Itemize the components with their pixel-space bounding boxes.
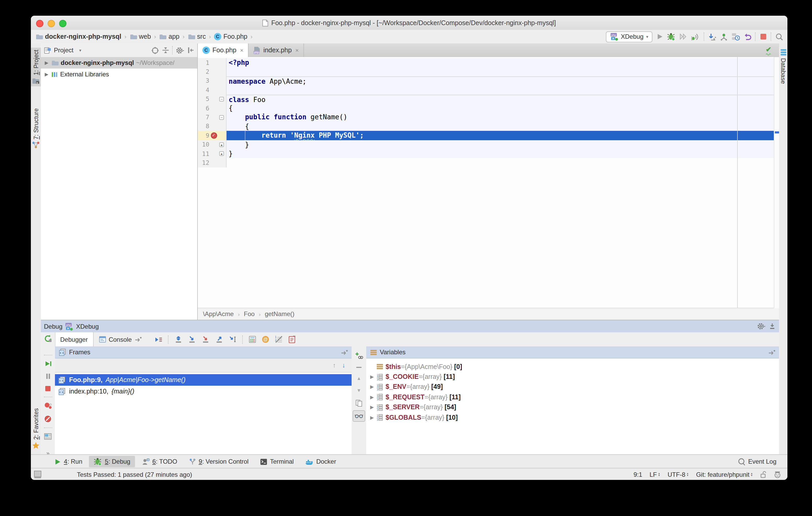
- gutter-line-11[interactable]: 11▴: [198, 149, 227, 158]
- gutter-line-6[interactable]: 6: [198, 104, 227, 113]
- variable-row[interactable]: ▶123$_REQUEST = {array} [11]: [366, 392, 779, 402]
- gutter-line-1[interactable]: 1: [198, 58, 227, 67]
- line-number[interactable]: 3: [198, 77, 209, 85]
- line-ending-widget[interactable]: LF▲▼: [649, 471, 660, 478]
- editor-breadcrumb-item[interactable]: \App\Acme: [203, 310, 234, 318]
- toolwindow-button-run[interactable]: 4: Run: [50, 456, 87, 467]
- next-frame-button[interactable]: ↓: [342, 362, 345, 369]
- expand-arrow-icon[interactable]: ▶: [368, 395, 376, 400]
- gutter-line-3[interactable]: 3: [198, 77, 227, 86]
- hide-panel-button[interactable]: [187, 47, 194, 54]
- breadcrumb-item[interactable]: web: [129, 33, 151, 40]
- editor-tab-index-php[interactable]: phpindex.php×: [249, 44, 304, 57]
- toolwindow-button-terminal[interactable]: Terminal: [255, 456, 298, 467]
- recent-changes-button[interactable]: [731, 32, 740, 41]
- debug-header[interactable]: Debug php XDebug: [41, 320, 779, 332]
- step-out-button[interactable]: [215, 336, 224, 343]
- toolwindow-button-docker[interactable]: Docker: [300, 456, 341, 467]
- code-line-5[interactable]: 5−class Foo: [198, 94, 779, 104]
- code-line-11[interactable]: 11▴}: [198, 149, 779, 158]
- expand-arrow-icon[interactable]: ▶: [368, 405, 376, 410]
- status-message[interactable]: Tests Passed: 1 passed (27 minutes ago): [77, 468, 192, 480]
- line-number[interactable]: 12: [198, 159, 209, 166]
- variable-row[interactable]: $this = {App\Acme\Foo} [0]: [366, 362, 779, 372]
- rollback-button[interactable]: [744, 33, 751, 40]
- variable-row[interactable]: ▶123$_COOKIE = {array} [11]: [366, 372, 779, 382]
- expand-arrow-icon[interactable]: ▶: [44, 60, 49, 65]
- close-tab-icon[interactable]: ×: [295, 47, 299, 53]
- gutter-line-8[interactable]: 8: [198, 122, 227, 131]
- step-into-button[interactable]: [188, 336, 196, 343]
- pin-icon[interactable]: [768, 349, 775, 355]
- expand-arrow-icon[interactable]: ▶: [368, 374, 376, 379]
- code-line-text[interactable]: }: [227, 149, 779, 158]
- git-branch-widget[interactable]: Git: feature/phpunit▲▼: [696, 471, 753, 478]
- debug-tab-debugger[interactable]: Debugger: [55, 332, 93, 346]
- toolwindow-button-todo[interactable]: 6: TODO: [137, 456, 182, 467]
- line-number[interactable]: 9: [198, 132, 209, 139]
- step-over-button[interactable]: [174, 336, 182, 343]
- code-line-1[interactable]: 1<?php: [198, 58, 779, 67]
- update-project-button[interactable]: [708, 33, 716, 40]
- commit-changes-button[interactable]: [720, 33, 728, 40]
- restore-layout-button[interactable]: [44, 433, 52, 440]
- tree-item-externallibraries[interactable]: ▶External Libraries: [41, 68, 197, 80]
- line-number[interactable]: 11: [198, 150, 209, 157]
- line-number[interactable]: 6: [198, 105, 209, 112]
- locate-file-button[interactable]: [151, 46, 159, 54]
- code-line-text[interactable]: {: [227, 104, 779, 113]
- line-number[interactable]: 8: [198, 123, 209, 130]
- code-line-text[interactable]: [227, 158, 779, 168]
- tree-item-docker-nginx-php-mysql[interactable]: ▶docker-nginx-php-mysql ~/Workspace/: [41, 57, 197, 68]
- run-configuration-select[interactable]: php XDebug ▾: [606, 31, 652, 42]
- mute-breakpoints-button[interactable]: [44, 415, 52, 423]
- code-line-7[interactable]: 7− public function getName(): [198, 113, 779, 122]
- stripe-button-favorites[interactable]: 2: Favorites: [31, 406, 41, 451]
- gutter-line-4[interactable]: 4: [198, 85, 227, 94]
- breadcrumb-item[interactable]: app: [159, 33, 179, 40]
- variable-row[interactable]: ▶123$GLOBALS = {array} [10]: [366, 412, 779, 423]
- hide-tool-window-button[interactable]: [768, 323, 776, 330]
- evaluate-expression-button[interactable]: [249, 336, 256, 343]
- debug-tab-console[interactable]: Console: [93, 332, 147, 346]
- breadcrumb-item[interactable]: CFoo.php: [214, 33, 248, 40]
- code-line-9[interactable]: 9✓ return 'Nginx PHP MySQL';: [198, 131, 779, 140]
- code-line-text[interactable]: namespace App\Acme;: [227, 77, 779, 86]
- code-line-2[interactable]: 2: [198, 67, 779, 77]
- close-tab-icon[interactable]: ×: [240, 47, 243, 53]
- stop-button[interactable]: [760, 33, 767, 40]
- line-number[interactable]: 2: [198, 68, 209, 75]
- stripe-button-database[interactable]: Database: [779, 47, 787, 86]
- chevron-down-icon[interactable]: ▾: [79, 48, 81, 53]
- copy-watch-button[interactable]: [355, 399, 362, 407]
- inspections-status-icon[interactable]: ✔: [765, 47, 772, 55]
- editor-breadcrumb-item[interactable]: Foo: [244, 310, 255, 318]
- tool-window-switcher-icon[interactable]: [33, 470, 42, 478]
- code-line-text[interactable]: [227, 85, 779, 94]
- line-number[interactable]: 10: [198, 141, 209, 148]
- line-number[interactable]: 5: [198, 95, 209, 103]
- gutter-line-10[interactable]: 10▴: [198, 140, 227, 149]
- code-line-12[interactable]: 12: [198, 158, 779, 168]
- editor-breadcrumb-item[interactable]: getName(): [265, 310, 294, 318]
- gutter-line-2[interactable]: 2: [198, 67, 227, 77]
- view-breakpoints-button[interactable]: [44, 402, 52, 410]
- hector-inspector-icon[interactable]: [774, 471, 781, 478]
- force-step-into-button[interactable]: [201, 336, 210, 343]
- expand-arrow-icon[interactable]: ▶: [368, 384, 376, 390]
- run-button[interactable]: [656, 33, 663, 40]
- fold-marker-icon[interactable]: −: [219, 115, 224, 120]
- code-area[interactable]: 1<?php23namespace App\Acme;45−class Foo6…: [198, 57, 779, 308]
- move-watch-down-button[interactable]: ▼: [356, 388, 361, 393]
- toolwindow-button-debug[interactable]: 5: Debug: [89, 456, 135, 467]
- pause-button[interactable]: [45, 373, 51, 380]
- event-log-button[interactable]: Event Log: [733, 456, 781, 467]
- editor-tab-Foo-php[interactable]: CFoo.php×: [198, 44, 249, 57]
- fold-marker-icon[interactable]: −: [219, 97, 224, 102]
- breadcrumb-item[interactable]: src: [187, 33, 206, 40]
- fold-marker-icon[interactable]: ▴: [219, 151, 224, 156]
- run-with-coverage-button[interactable]: [679, 33, 688, 40]
- gutter-line-7[interactable]: 7−: [198, 113, 227, 122]
- stripe-button-project[interactable]: 1: Project: [31, 48, 41, 86]
- project-panel-title[interactable]: Project: [54, 47, 74, 54]
